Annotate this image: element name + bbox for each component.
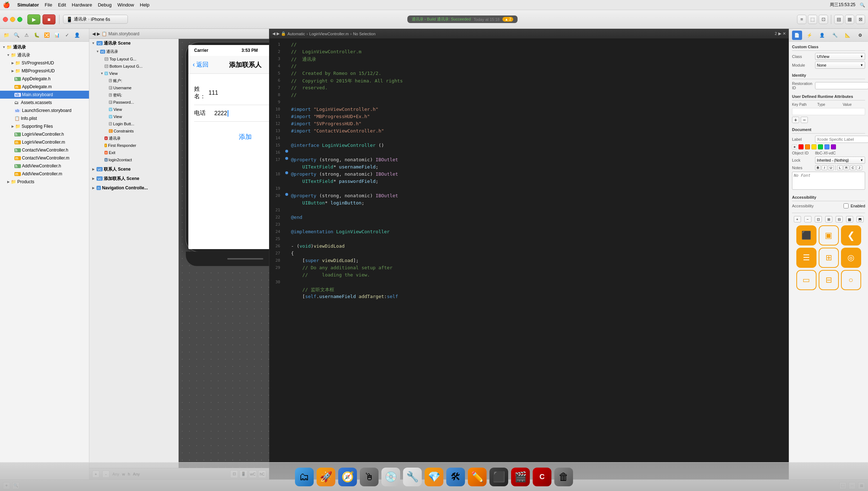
dock-tools[interactable]: 🔧 xyxy=(403,468,422,486)
scene-login-button[interactable]: b Login Butt... xyxy=(89,120,178,127)
add-icon-btn[interactable]: + xyxy=(794,216,801,222)
fill-icon-btn[interactable]: ⊟ xyxy=(836,216,843,222)
menu-window[interactable]: Window xyxy=(117,2,134,8)
dock-disc[interactable]: 💿 xyxy=(381,468,400,486)
editor-version[interactable]: ⊠ xyxy=(856,15,865,24)
dock-terminal[interactable]: ⬛ xyxy=(489,468,508,486)
tree-item-appdelegate-h[interactable]: h AppDelegate.h xyxy=(0,75,89,83)
editor-selection[interactable]: No Selection xyxy=(353,32,375,36)
dock-csdn[interactable]: C xyxy=(533,468,551,486)
lock-select[interactable]: Inherited - (Nothing) ▼ xyxy=(815,157,865,164)
color-red[interactable] xyxy=(798,144,804,149)
shadow-icon-btn[interactable]: ⬒ xyxy=(856,216,864,222)
nav-debug-icon[interactable]: 🐛 xyxy=(32,31,41,40)
editor-close-btn[interactable]: ✕ xyxy=(783,31,786,36)
tree-item-svprogress[interactable]: ▶ 📁 SVProgressHUD xyxy=(0,59,89,67)
ring-btn[interactable]: ○ xyxy=(841,270,861,290)
sim-add-button[interactable]: 添加 xyxy=(194,132,269,141)
document-label-input[interactable] xyxy=(815,136,868,143)
add-attribute-btn[interactable]: + xyxy=(792,117,799,123)
grid-btn[interactable]: ⊞ xyxy=(819,248,839,268)
editor-forward-btn[interactable]: ▶ xyxy=(277,31,279,36)
grid-icon-btn[interactable]: ⊞ xyxy=(825,216,832,222)
inspector-tab-size[interactable]: 📐 xyxy=(842,31,853,40)
editor-line-num-btn[interactable]: 2 xyxy=(775,31,777,36)
inspector-tab-file[interactable]: 📄 xyxy=(792,31,802,40)
tree-item-add-h[interactable]: h AddViewController.h xyxy=(0,162,89,170)
circle-btn[interactable]: ◎ xyxy=(841,248,861,268)
menu-help[interactable]: Help xyxy=(140,2,149,8)
color-purple[interactable] xyxy=(831,144,836,149)
format-left[interactable]: L xyxy=(837,165,843,170)
menu-edit[interactable]: Edit xyxy=(58,2,66,8)
menu-simulator[interactable]: Simulator xyxy=(17,2,39,8)
tree-item-launch-storyboard[interactable]: sb LaunchScreen.storyboard xyxy=(0,107,89,114)
dock-pen[interactable]: ✏️ xyxy=(468,468,487,486)
scene-tongxunlu-child[interactable]: ▼ vc 通讯录 xyxy=(89,48,178,55)
sim-name-value[interactable]: 111 xyxy=(209,90,218,96)
rounded-rect-btn[interactable]: ▣ xyxy=(819,225,839,246)
restoration-id-input[interactable] xyxy=(815,82,868,89)
search-icon[interactable]: 🔍 xyxy=(860,3,865,8)
format-justify[interactable]: J xyxy=(856,165,862,170)
scheme-selector[interactable]: 📱 通讯录 › iPhone 6s xyxy=(63,15,128,24)
editor-automatic[interactable]: Automatic xyxy=(287,32,305,36)
tree-item-supporting-files[interactable]: ▶ 📁 Supporting Files xyxy=(0,122,89,130)
tree-item-contact-m[interactable]: m ContactViewController.m xyxy=(0,154,89,162)
remove-icon-btn[interactable]: − xyxy=(804,216,811,222)
back-btn[interactable]: ❮ xyxy=(841,225,861,246)
color-blue[interactable] xyxy=(824,144,829,149)
tree-item-login-h[interactable]: h LoginViewController.h xyxy=(0,130,89,138)
format-center[interactable]: C xyxy=(850,165,856,170)
notes-textarea[interactable] xyxy=(792,172,865,190)
editor-back-btn[interactable]: ◀ xyxy=(272,31,275,36)
inspector-tab-attributes[interactable]: 🔧 xyxy=(830,31,840,40)
scene-tongxunlu[interactable]: ▼ vc 通讯录 Scene xyxy=(89,39,178,48)
inspector-tab-quick[interactable]: ⚡ xyxy=(805,31,815,40)
tree-item-project[interactable]: ▼ 📁 通讯录 xyxy=(0,51,89,59)
format-right[interactable]: R xyxy=(844,165,849,170)
menu-hardware[interactable]: Hardware xyxy=(72,2,92,8)
debug-toggle[interactable]: ⬚ xyxy=(808,15,817,24)
run-button[interactable]: ▶ xyxy=(27,14,40,24)
tree-item-main-storyboard[interactable]: sb Main.storyboard xyxy=(0,91,89,99)
dock-trash[interactable]: 🗑 xyxy=(554,468,573,486)
navigator-toggle[interactable]: ≡ xyxy=(797,15,806,24)
scene-top-layout[interactable]: G Top Layout G... xyxy=(89,55,178,63)
stroke-icon-btn[interactable]: ▦ xyxy=(846,216,853,222)
tree-item-products[interactable]: ▶ 📁 Products xyxy=(0,178,89,186)
scene-navcontroller[interactable]: ▶ n Navigation Controlle... xyxy=(89,184,178,192)
scene-lianxiren[interactable]: ▶ vc 联系人 Scene xyxy=(89,165,178,174)
inspector-tab-identity[interactable]: 👤 xyxy=(817,31,827,40)
scene-label-password[interactable]: L 密码: xyxy=(89,91,178,99)
tree-item-add-m[interactable]: m AddViewController.m xyxy=(0,170,89,178)
tree-item-login-m[interactable]: m LoginViewController.m xyxy=(0,138,89,146)
sim-back-button[interactable]: ‹ 返回 xyxy=(193,60,209,69)
nav-warning-icon[interactable]: ⚠ xyxy=(22,31,31,40)
utilities-toggle[interactable]: ⊡ xyxy=(819,15,828,24)
editor-assistant[interactable]: ▦ xyxy=(845,15,854,24)
stop-button[interactable]: ■ xyxy=(42,14,55,24)
tree-item-appdelegate-m[interactable]: m AppDelegate.m xyxy=(0,83,89,91)
list-btn[interactable]: ☰ xyxy=(796,248,816,268)
scene-bottom-layout[interactable]: G Bottom Layout G... xyxy=(89,63,178,70)
align-icon-btn[interactable]: ⊡ xyxy=(815,216,822,222)
format-underline[interactable]: U xyxy=(828,165,834,170)
scene-view3[interactable]: V View xyxy=(89,113,178,120)
editor-file-path[interactable]: LoginViewController.m xyxy=(309,32,349,36)
color-green[interactable] xyxy=(818,144,823,149)
class-select[interactable]: UIView ▼ xyxy=(815,53,865,60)
dock-video[interactable]: 🎬 xyxy=(511,468,530,486)
tree-item-info-plist[interactable]: 📋 Info.plist xyxy=(0,114,89,122)
nav-report-icon[interactable]: 👤 xyxy=(73,31,81,40)
dock-finder[interactable]: 🗂 xyxy=(295,468,314,486)
nav-source-icon[interactable]: 🔀 xyxy=(42,31,51,40)
color-orange[interactable] xyxy=(805,144,810,149)
scene-password[interactable]: F Password... xyxy=(89,99,178,106)
color-yellow[interactable] xyxy=(811,144,816,149)
apple-menu[interactable]: 🍎 xyxy=(3,1,10,8)
accessibility-checkbox[interactable] xyxy=(844,203,849,208)
scene-segue[interactable]: s login2contact xyxy=(89,156,178,163)
format-italic[interactable]: I xyxy=(822,165,827,170)
menu-file[interactable]: File xyxy=(45,2,52,8)
